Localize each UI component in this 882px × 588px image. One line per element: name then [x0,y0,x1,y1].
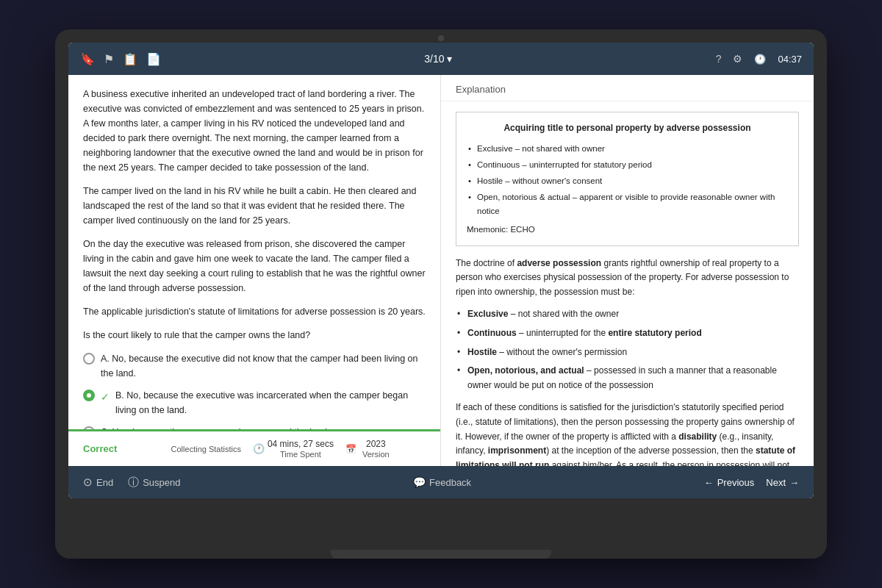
main-content: A business executive inherited an undeve… [68,75,814,466]
option-b[interactable]: ✓ B. No, because the executive was incar… [83,388,426,417]
right-arrow-icon: → [789,477,799,488]
option-b-text: B. No, because the executive was incarce… [115,388,426,417]
radio-b[interactable] [83,390,95,401]
calendar-icon: 📅 [345,444,356,454]
info-box: Acquiring title to personal property by … [456,112,799,246]
bottom-right: ← Previous Next → [704,477,799,488]
info-item-3: Hostile – without owner's consent [467,174,788,188]
notes-icon[interactable]: 📋 [123,52,137,66]
toolbar-right: ? ⚙ 🕐 04:37 [716,53,802,65]
feedback-label[interactable]: Feedback [429,477,471,488]
suspend-label[interactable]: Suspend [143,477,180,488]
toolbar-center: 3/10 ▾ [161,53,716,65]
bottom-left: ⊙ End ⓘ Suspend [83,476,180,490]
flag-icon[interactable]: ⚑ [104,52,114,66]
bottom-bar: ⊙ End ⓘ Suspend 💬 Feedback ← Previous [68,466,814,498]
explanation-text: The doctrine of adverse possession grant… [456,257,799,466]
option-a[interactable]: A. No, because the executive did not kno… [83,351,426,381]
exp-para-1: The doctrine of adverse possession grant… [456,257,799,300]
progress-label[interactable]: 3/10 [424,53,444,65]
collecting-stats: Collecting Statistics [171,445,241,453]
time-stat: 04 mins, 27 secs Time Spent [268,439,334,459]
explanation-header: Explanation [441,75,814,101]
feedback-button[interactable]: 💬 Feedback [413,476,471,488]
info-box-title: Acquiring title to personal property by … [467,121,788,136]
passage-p3: On the day the executive was released fr… [83,237,426,295]
bottom-center: 💬 Feedback [180,476,703,488]
previous-label[interactable]: Previous [717,477,755,488]
question-stem: Is the court likely to rule that the cam… [83,328,426,343]
explanation-tab-label[interactable]: Explanation [456,84,506,95]
help-icon[interactable]: ? [716,53,722,65]
explanation-panel: Explanation Acquiring title to personal … [441,75,814,466]
laptop-camera [438,35,444,41]
end-label[interactable]: End [96,477,113,488]
passage-p4: The applicable jurisdiction's statute of… [83,304,426,319]
clock-stat-icon: 🕐 [253,443,265,454]
version-value: 2023 [366,439,386,449]
next-button[interactable]: Next → [766,477,799,488]
toolbar-left: 🔖 ⚑ 📋 📄 [80,52,161,66]
bullet-1: Exclusive – not shared with the owner [456,307,799,322]
explanation-body: Acquiring title to personal property by … [441,101,814,466]
version-label: Version [362,450,390,459]
info-item-1: Exclusive – not shared with owner [467,142,788,156]
correct-label: Correct [83,443,117,454]
passage-p2: The camper lived on the land in his RV w… [83,184,426,228]
suspend-icon: ⓘ [128,476,139,490]
suspend-button[interactable]: ⓘ Suspend [128,476,180,490]
end-circle-icon: ⊙ [83,476,93,489]
question-body: A business executive inherited an undeve… [68,75,440,429]
end-button[interactable]: ⊙ End [83,476,113,489]
time-value: 04 mins, 27 secs [268,439,334,449]
time-label: Time Spent [280,450,321,459]
question-panel: A business executive inherited an undeve… [68,75,441,466]
exp-para-2: If each of these conditions is satisfied… [456,401,799,466]
timer-display: 04:37 [778,54,802,65]
radio-a[interactable] [83,353,95,365]
passage-p1: A business executive inherited an undeve… [83,87,426,175]
left-arrow-icon: ← [704,477,714,488]
settings-icon[interactable]: ⚙ [733,53,742,65]
bullet-3: Hostile – without the owner's permission [456,345,799,360]
option-a-text: A. No, because the executive did not kno… [101,351,426,381]
mnemonic: Mnemonic: ECHO [467,223,788,237]
previous-button[interactable]: ← Previous [704,477,755,488]
info-box-list: Exclusive – not shared with owner Contin… [467,142,788,218]
clock-icon: 🕐 [754,54,766,65]
lab-icon[interactable]: 📄 [146,52,161,66]
bullet-2: Continuous – uninterrupted for the entir… [456,326,799,341]
info-item-2: Continuous – uninterrupted for statutory… [467,158,788,172]
answer-options: A. No, because the executive did not kno… [83,351,426,429]
checkmark-b: ✓ [101,389,110,405]
result-bar: Correct Collecting Statistics 🕐 04 mins,… [68,429,440,466]
bookmark-icon[interactable]: 🔖 [80,52,95,66]
bullet-list: Exclusive – not shared with the owner Co… [456,307,799,393]
stats-group: Collecting Statistics 🕐 04 mins, 27 secs… [135,439,426,459]
bullet-4: Open, notorious, and actual – possessed … [456,364,799,393]
version-stat: 2023 Version [362,439,390,459]
next-label[interactable]: Next [766,477,786,488]
toolbar: 🔖 ⚑ 📋 📄 3/10 ▾ ? ⚙ 🕐 04:37 [68,43,814,75]
chevron-down-icon[interactable]: ▾ [447,53,452,65]
info-item-4: Open, notorious & actual – apparent or v… [467,190,788,218]
feedback-icon: 💬 [413,476,426,488]
laptop-base [331,550,551,559]
